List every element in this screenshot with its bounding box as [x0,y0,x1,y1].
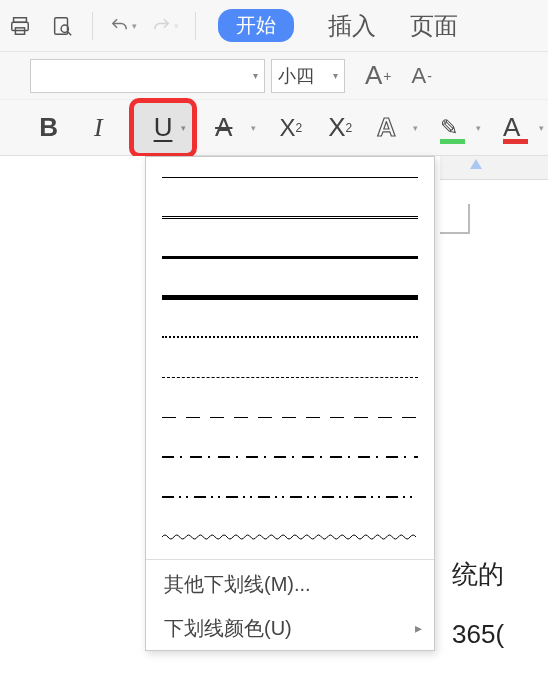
chevron-right-icon: ▸ [415,620,422,636]
tab-insert[interactable]: 插入 [328,10,376,42]
text-effects-button[interactable]: A ▾ [371,108,422,148]
grow-font-button[interactable]: A+ [365,60,392,91]
svg-rect-1 [12,22,29,30]
chevron-down-icon: ▾ [251,123,256,133]
underline-letter: U [154,112,173,143]
chevron-down-icon: ▾ [476,123,481,133]
chevron-down-icon: ▾ [539,123,544,133]
chevron-down-icon: ▾ [413,123,418,133]
page-margin-marker [440,204,470,234]
document-text: 统的 365( [452,551,504,657]
highlight-button[interactable]: ✎ ▾ [434,108,485,148]
separator [92,12,93,40]
chevron-down-icon: ▾ [327,70,338,81]
underline-more-option[interactable]: 其他下划线(M)... [146,562,434,606]
underline-button[interactable]: U ▾ [129,98,197,158]
strikethrough-button[interactable]: A ▾ [209,108,260,148]
underline-style-double[interactable] [146,197,434,237]
bold-button[interactable]: B [30,108,67,148]
horizontal-ruler[interactable] [440,156,548,180]
underline-style-dotted[interactable] [146,317,434,357]
tab-page[interactable]: 页面 [410,10,458,42]
chevron-down-icon: ▾ [181,123,186,133]
underline-style-dash-dot-dot[interactable] [146,477,434,517]
underline-style-single[interactable] [146,157,434,197]
underline-style-dashed[interactable] [146,357,434,397]
italic-button[interactable]: I [79,108,116,148]
chevron-down-icon: ▾ [253,70,258,81]
redo-icon[interactable]: ▾ [151,12,179,40]
font-name-combo[interactable]: ▾ [30,59,265,93]
undo-icon[interactable]: ▾ [109,12,137,40]
underline-style-long-dash[interactable] [146,397,434,437]
print-preview-icon[interactable] [48,12,76,40]
font-size-value: 小四 [272,64,314,88]
highlight-bar [440,139,465,144]
superscript-button[interactable]: X2 [272,108,309,148]
underline-dropdown: 其他下划线(M)... 下划线颜色(U) ▸ [145,156,435,651]
underline-style-thick[interactable] [146,237,434,277]
menu-divider [146,559,434,560]
font-color-button[interactable]: A ▾ [497,108,548,148]
pen-icon: ✎ [440,115,458,141]
underline-style-wave[interactable] [146,517,434,557]
underline-style-dash-dot[interactable] [146,437,434,477]
underline-style-thicker[interactable] [146,277,434,317]
underline-color-option[interactable]: 下划线颜色(U) ▸ [146,606,434,650]
font-size-combo[interactable]: 小四 ▾ [271,59,345,93]
print-icon[interactable] [6,12,34,40]
subscript-button[interactable]: X2 [322,108,359,148]
separator [195,12,196,40]
tab-start[interactable]: 开始 [218,9,294,42]
fontcolor-bar [503,139,528,144]
shrink-font-button[interactable]: A- [412,63,432,89]
